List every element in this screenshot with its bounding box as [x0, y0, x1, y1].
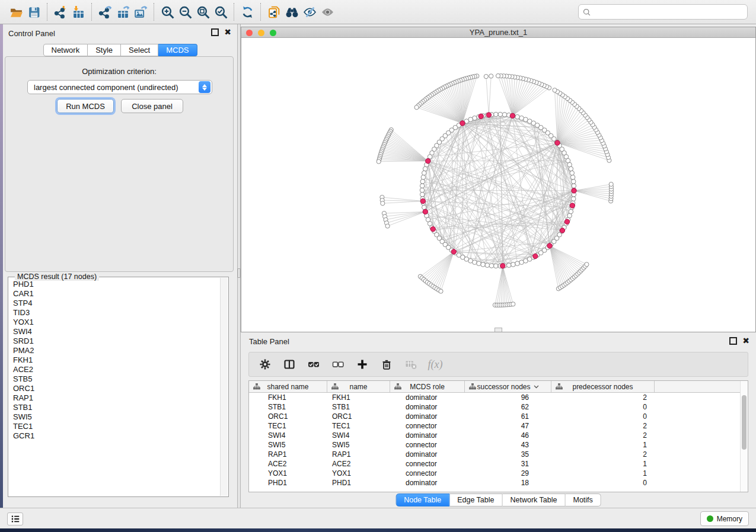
tab-mcds[interactable]: MCDS	[158, 44, 197, 56]
mcds-result-item[interactable]: GCR1	[9, 431, 220, 441]
table-scrollbar[interactable]	[740, 381, 748, 492]
import-table-icon[interactable]	[69, 3, 87, 21]
network-window-titlebar[interactable]: YPA_prune.txt_1	[241, 27, 755, 38]
delete-table-icon[interactable]	[403, 357, 419, 372]
show-panels-icon[interactable]	[318, 3, 336, 21]
optimization-criterion-select[interactable]: largest connected component (undirected)	[27, 80, 212, 94]
table-cell[interactable]: 96	[465, 393, 551, 402]
float-table-panel-icon[interactable]	[729, 337, 737, 345]
table-cell[interactable]: 47	[465, 421, 551, 431]
task-history-button[interactable]	[7, 512, 23, 525]
mcds-result-item[interactable]: SWI5	[9, 412, 220, 422]
table-cell[interactable]: connector	[390, 440, 465, 450]
table-cell[interactable]: 2	[551, 421, 655, 431]
table-cell[interactable]: 31	[465, 459, 551, 469]
table-cell[interactable]: dominator	[390, 478, 465, 488]
mcds-result-item[interactable]: YOX1	[9, 318, 220, 327]
mcds-result-item[interactable]: TID3	[9, 308, 220, 318]
table-cell[interactable]: 46	[465, 431, 551, 440]
close-window-icon[interactable]	[246, 30, 253, 36]
tab-edge-table[interactable]: Edge Table	[449, 493, 502, 507]
column-header-shared-name[interactable]: shared name	[249, 381, 327, 392]
table-cell[interactable]: PHD1	[327, 478, 390, 488]
column-header-name[interactable]: name	[327, 381, 390, 392]
table-cell[interactable]: dominator	[390, 393, 465, 402]
table-cell[interactable]: 18	[465, 478, 551, 488]
float-panel-icon[interactable]	[211, 28, 219, 36]
column-header-MCDS-role[interactable]: MCDS role	[390, 381, 465, 392]
table-row[interactable]: RAP1RAP1dominator352	[249, 450, 748, 459]
table-cell[interactable]: 1	[551, 459, 655, 469]
mcds-result-list[interactable]: PHD1CAR1STP4TID3YOX1SWI4SRD1PMA2FKH1ACE2…	[9, 280, 220, 496]
tab-motifs[interactable]: Motifs	[565, 493, 601, 507]
column-header-predecessor-nodes[interactable]: predecessor nodes	[551, 381, 655, 392]
run-mcds-button[interactable]: Run MCDS	[57, 99, 114, 113]
close-panel-icon[interactable]: ✖	[224, 27, 231, 37]
table-cell[interactable]: connector	[390, 421, 465, 431]
mcds-result-item[interactable]: SWI4	[9, 327, 220, 336]
table-cell[interactable]: ACE2	[327, 459, 390, 469]
mcds-result-item[interactable]: STB1	[9, 403, 220, 412]
table-cell[interactable]: RAP1	[249, 450, 327, 459]
export-network-icon[interactable]	[96, 3, 114, 21]
column-header-successor-nodes[interactable]: successor nodes	[465, 381, 551, 392]
mcds-result-item[interactable]: RAP1	[9, 393, 220, 403]
memory-button[interactable]: Memory	[700, 511, 749, 526]
horizontal-splitter-handle[interactable]	[495, 328, 502, 332]
table-cell[interactable]: 0	[551, 402, 655, 412]
table-scrollbar-thumb[interactable]	[742, 395, 747, 450]
table-row[interactable]: YOX1YOX1connector291	[249, 469, 748, 478]
search-input[interactable]	[594, 8, 744, 16]
table-cell[interactable]: 29	[465, 469, 551, 478]
table-cell[interactable]: YOX1	[327, 469, 390, 478]
zoom-fit-icon[interactable]	[194, 3, 212, 21]
settings-icon[interactable]	[257, 357, 273, 372]
mcds-result-item[interactable]: STB5	[9, 374, 220, 384]
table-cell[interactable]: 2	[551, 393, 655, 402]
table-cell[interactable]: SWI4	[249, 431, 327, 440]
table-cell[interactable]: PHD1	[249, 478, 327, 488]
export-image-icon[interactable]	[132, 3, 149, 21]
table-cell[interactable]: 1	[551, 469, 655, 478]
table-cell[interactable]: 43	[465, 440, 551, 450]
tab-style[interactable]: Style	[88, 44, 121, 56]
mcds-result-item[interactable]: PHD1	[9, 280, 220, 289]
minimize-window-icon[interactable]	[258, 30, 264, 36]
mcds-result-item[interactable]: SRD1	[9, 336, 220, 346]
close-panel-button[interactable]: Close panel	[121, 99, 183, 113]
select-all-checkboxes-icon[interactable]	[306, 357, 321, 372]
zoom-in-icon[interactable]	[158, 3, 176, 21]
table-cell[interactable]: 2	[551, 431, 655, 440]
table-cell[interactable]: connector	[390, 459, 465, 469]
mcds-result-item[interactable]: TEC1	[9, 422, 220, 431]
table-cell[interactable]: YOX1	[249, 469, 327, 478]
table-row[interactable]: SWI4SWI4dominator462	[249, 431, 748, 440]
table-cell[interactable]: dominator	[390, 402, 465, 412]
table-cell[interactable]: SWI4	[327, 431, 390, 440]
table-cell[interactable]: 1	[551, 440, 655, 450]
tab-node-table[interactable]: Node Table	[395, 493, 449, 507]
mcds-list-scrollbar[interactable]	[220, 278, 228, 496]
mcds-result-item[interactable]: ACE2	[9, 365, 220, 374]
table-cell[interactable]: ORC1	[249, 412, 327, 421]
open-file-icon[interactable]	[7, 3, 25, 21]
table-cell[interactable]: STB1	[327, 402, 390, 412]
table-cell[interactable]: 62	[465, 402, 551, 412]
table-cell[interactable]: STB1	[249, 402, 327, 412]
table-cell[interactable]: SWI5	[327, 440, 390, 450]
tab-select[interactable]: Select	[121, 44, 158, 56]
function-builder-icon[interactable]: f(x)	[428, 357, 443, 372]
table-cell[interactable]: connector	[390, 469, 465, 478]
tab-network-table[interactable]: Network Table	[503, 493, 566, 507]
mcds-result-item[interactable]: PMA2	[9, 346, 220, 355]
table-cell[interactable]: 2	[551, 450, 655, 459]
table-cell[interactable]: ORC1	[327, 412, 390, 421]
delete-column-icon[interactable]	[379, 357, 394, 372]
network-canvas[interactable]	[241, 38, 755, 332]
search-network-icon[interactable]	[283, 3, 301, 21]
mcds-result-item[interactable]: CAR1	[9, 289, 220, 299]
search-box[interactable]	[578, 4, 748, 20]
table-cell[interactable]: ACE2	[249, 459, 327, 469]
table-cell[interactable]: 0	[551, 412, 655, 421]
table-cell[interactable]: RAP1	[327, 450, 390, 459]
